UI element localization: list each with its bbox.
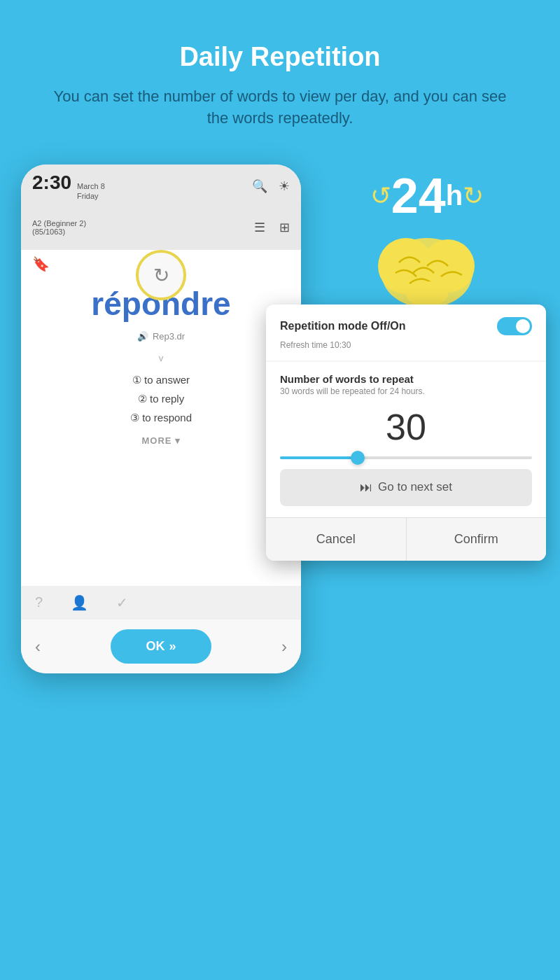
hours-number: 24 xyxy=(391,172,446,220)
pronunciation: 🔊 Rep3.dr xyxy=(35,331,287,342)
repeat-button[interactable]: ↻ xyxy=(136,250,186,300)
hours-display: ↺ 24 h ↻ xyxy=(370,172,484,220)
content-row: 2:30 March 8 Friday 🔍 ☀ A2 (Beginner 2) … xyxy=(21,164,539,674)
words-slider[interactable] xyxy=(280,456,532,459)
slider-fill xyxy=(280,456,356,459)
level-badge: A2 (Beginner 2) (85/1063) xyxy=(32,219,86,236)
dialog-body: Number of words to repeat 30 words will … xyxy=(266,362,546,517)
next-arrow[interactable]: › xyxy=(281,637,287,657)
check-icon[interactable]: ✓ xyxy=(116,594,128,611)
words-label: Number of words to repeat xyxy=(280,373,532,385)
status-right: 🔍 ☀ xyxy=(252,178,290,194)
double-chevron-icon: » xyxy=(169,639,176,654)
more-button[interactable]: MORE ▾ xyxy=(35,435,287,446)
prev-arrow[interactable]: ‹ xyxy=(35,637,41,657)
left-arrow-icon: ↺ xyxy=(370,181,391,211)
chevron-down-icon: ▾ xyxy=(175,435,181,446)
brain-illustration: ↺ 24 h ↻ xyxy=(315,164,539,312)
next-set-label: Go to next set xyxy=(378,480,452,494)
dialog-refresh-time: Refresh time 10:30 xyxy=(280,340,351,350)
bookmark-icon[interactable]: 🔖 xyxy=(32,255,50,272)
phone-nav-bar: ‹ OK » › xyxy=(21,620,301,673)
repetition-dialog: Repetition mode Off/On Refresh time 10:3… xyxy=(266,304,546,561)
phone-date: March 8 Friday xyxy=(77,181,105,202)
phone-time: 2:30 xyxy=(32,172,71,194)
phone-mockup: 2:30 March 8 Friday 🔍 ☀ A2 (Beginner 2) … xyxy=(21,164,301,674)
confirm-button[interactable]: Confirm xyxy=(407,518,547,561)
phone-action-bar: ? 👤 ✓ xyxy=(21,586,301,620)
page-container: Daily Repetition You can set the number … xyxy=(0,0,560,980)
slider-thumb[interactable] xyxy=(351,451,365,465)
phone-status-bar: 2:30 March 8 Friday 🔍 ☀ xyxy=(21,164,301,209)
right-arrow-icon: ↻ xyxy=(463,181,484,211)
menu-icon[interactable]: ☰ xyxy=(254,220,265,235)
audio-icon[interactable]: 🔊 xyxy=(137,331,148,342)
next-set-button[interactable]: ⏭ Go to next set xyxy=(280,469,532,506)
slider-track xyxy=(280,456,532,459)
ok-button[interactable]: OK » xyxy=(111,629,211,664)
page-subtitle: You can set the number of words to view … xyxy=(42,86,518,130)
status-left: 2:30 March 8 Friday xyxy=(32,172,105,202)
person-icon[interactable]: 👤 xyxy=(71,594,88,611)
grid-icon[interactable]: ⊞ xyxy=(279,220,290,235)
part-of-speech: v xyxy=(35,353,287,363)
words-description: 30 words will be repeated for 24 hours. xyxy=(280,386,532,396)
right-panel: ↺ 24 h ↻ xyxy=(315,164,539,654)
question-icon[interactable]: ? xyxy=(35,594,43,611)
next-set-icon: ⏭ xyxy=(360,480,372,495)
repeat-icon: ↻ xyxy=(153,264,169,287)
page-title: Daily Repetition xyxy=(179,42,380,72)
definitions-list: ① to answer ② to reply ③ to respond xyxy=(35,370,287,427)
phone-toolbar: A2 (Beginner 2) (85/1063) ☰ ⊞ ↻ xyxy=(21,208,301,250)
dialog-title: Repetition mode Off/On xyxy=(280,320,406,332)
brain-svg xyxy=(371,227,483,312)
search-icon[interactable]: 🔍 xyxy=(252,178,267,194)
brightness-icon[interactable]: ☀ xyxy=(279,178,290,194)
repetition-toggle[interactable] xyxy=(497,317,532,335)
action-icons: ? 👤 ✓ xyxy=(35,594,128,611)
words-count: 30 xyxy=(280,406,532,448)
hours-unit: h xyxy=(446,180,463,211)
dialog-footer: Cancel Confirm xyxy=(266,517,546,561)
phone-content: 🔖 répondre 🔊 Rep3.dr v ① to answer ② to … xyxy=(21,250,301,586)
dialog-header: Repetition mode Off/On Refresh time 10:3… xyxy=(266,304,546,360)
toolbar-icons: ☰ ⊞ xyxy=(254,220,290,235)
cancel-button[interactable]: Cancel xyxy=(266,518,407,561)
dialog-header-row: Repetition mode Off/On xyxy=(280,317,532,335)
